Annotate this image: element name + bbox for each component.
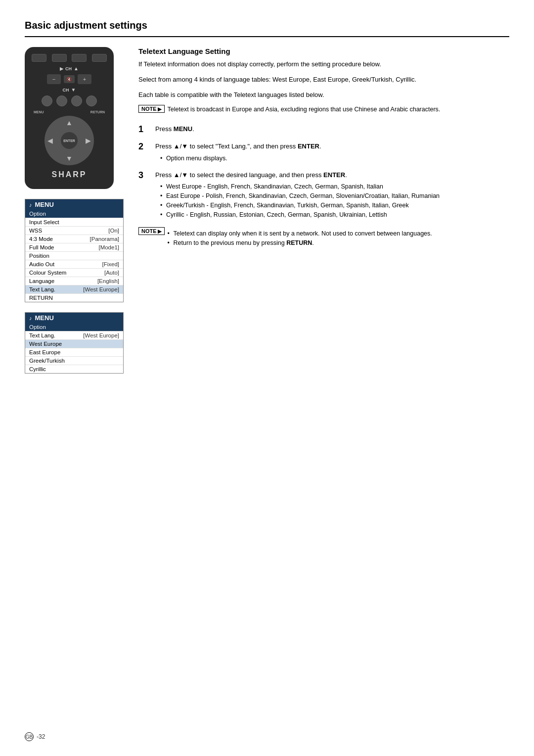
ch-up-arrow: ▲ [74,66,79,71]
small-round-btn-3[interactable] [71,95,82,106]
remote-control: ▶ CH▲ − 🔇 + [25,47,114,189]
menu2-row-west-europe[interactable]: West Europe [25,340,123,348]
teletext-section: Teletext Language Setting If Teletext in… [138,47,509,114]
menu1-row-43mode[interactable]: 4:3 Mode [Panorama] [25,235,123,243]
menu1-icon: ♪ [29,202,32,208]
menu1-text-lang-value: [West Europe] [83,286,119,292]
note1-label: NOTE ▶ [138,105,165,113]
step-2-number: 2 [138,142,150,152]
dpad-down-arrow[interactable]: ▼ [66,154,73,162]
steps-section: 1 Press MENU. 2 Press ▲/▼ to select "Tex… [138,124,509,219]
dpad-right-arrow[interactable]: ▶ [86,137,91,144]
menu-label: MENU [34,110,44,114]
menu1-colour-system-value: [Auto] [104,270,119,276]
vol-plus-btn[interactable]: + [78,74,91,84]
menu2-row-east-europe[interactable]: East Europe [25,348,123,357]
note1-text: Teletext is broadcast in Europe and Asia… [168,105,441,114]
left-column: ▶ CH▲ − 🔇 + [25,47,124,374]
menu1-return-label: RETURN [29,295,53,301]
small-round-btn-4[interactable] [86,95,97,106]
menu1-audio-out-label: Audio Out [29,261,54,267]
note2-bullet-1: Teletext can display only when it is sen… [168,229,432,238]
dpad-left-arrow[interactable]: ◀ [47,137,53,144]
menu1-option-label: Option [29,211,46,217]
note1-arrow: ▶ [158,106,162,112]
menu1-row-input-select[interactable]: Input Select [25,218,123,227]
menu2-west-europe-label: West Europe [29,341,62,347]
nav-labels: MENU RETURN [32,110,107,114]
menu-box-1: ♪ MENU Option Input Select WSS [On] 4:3 … [25,199,124,302]
step-3-bullets: West Europe - English, French, Skandinav… [155,182,509,219]
menu1-row-option[interactable]: Option [25,210,123,218]
menu1-row-language[interactable]: Language [English] [25,277,123,285]
menu2-cyrillic-label: Cyrillic [29,366,46,372]
menu1-title: MENU [35,201,54,208]
play-icon: ▶ [60,66,63,71]
menu1-input-select-label: Input Select [29,219,59,225]
menu1-row-audio-out[interactable]: Audio Out [Fixed] [25,260,123,269]
remote-top-btn-4[interactable] [92,54,107,62]
remote-top-btn-1[interactable] [32,54,46,62]
small-buttons-row [32,95,107,106]
menu1-row-text-lang[interactable]: Text Lang. [West Europe] [25,285,123,294]
menu2-row-option[interactable]: Option [25,323,123,331]
menu2-header: ♪ MENU [25,313,123,323]
footer-page-number: -32 [37,733,45,740]
step-2-content: Press ▲/▼ to select "Text Lang.", and th… [155,142,509,163]
menu1-row-colour-system[interactable]: Colour System [Auto] [25,269,123,277]
teletext-para-3: Each table is compatible with the Telete… [138,90,509,100]
remote-top-buttons [32,54,107,62]
vol-minus-btn[interactable]: − [47,74,61,84]
note2-bullets: Teletext can display only when it is sen… [168,229,432,248]
ch-up-area: ▶ CH▲ [32,66,107,71]
remote-top-btn-3[interactable] [72,54,87,62]
footer-circle: GB [25,732,34,741]
teletext-para-1: If Teletext information does not display… [138,59,509,70]
note2-return-bold: RETURN [286,239,312,246]
step-3: 3 Press ▲/▼ to select the desired langua… [138,170,509,220]
step-1-content: Press MENU. [155,124,509,135]
menu1-wss-label: WSS [29,228,42,234]
page: Basic adjustment settings ▶ [0,0,534,756]
note1-label-text: NOTE [141,106,157,112]
menu1-header: ♪ MENU [25,199,123,210]
menu1-fullmode-value: [Mode1] [98,244,119,250]
step-3-bold: ENTER [323,171,345,179]
menu2-row-text-lang[interactable]: Text Lang. [West Europe] [25,331,123,340]
sharp-logo: SHARP [32,170,107,179]
step-3-bullet-cyrillic: Cyrillic - English, Russian, Estonian, C… [160,210,509,220]
teletext-para-2: Select from among 4 kinds of language ta… [138,75,509,85]
menu2-text-lang-value: [West Europe] [83,332,119,338]
enter-label: ENTER [63,139,75,142]
menu1-row-fullmode[interactable]: Full Mode [Mode1] [25,243,123,252]
enter-button[interactable]: ENTER [61,132,78,149]
small-round-btn-1[interactable] [42,95,52,106]
menu2-icon: ♪ [29,315,32,321]
menu1-audio-out-value: [Fixed] [102,261,119,267]
menu2-row-greek-turkish[interactable]: Greek/Turkish [25,357,123,365]
menu1-fullmode-label: Full Mode [29,244,54,250]
menu2-row-cyrillic[interactable]: Cyrillic [25,365,123,373]
remote-top-btn-2[interactable] [52,54,67,62]
step-2: 2 Press ▲/▼ to select "Text Lang.", and … [138,142,509,163]
page-footer: GB -32 [25,732,45,741]
mute-btn[interactable]: 🔇 [64,75,75,83]
ch-down-area: CH▼ [32,87,107,93]
mute-icon: 🔇 [67,77,72,82]
step-3-bullet-west: West Europe - English, French, Skandinav… [160,182,509,191]
menu1-row-position[interactable]: Position [25,252,123,260]
small-round-btn-2[interactable] [56,95,67,106]
note2-bullet-2: Return to the previous menu by pressing … [168,238,432,248]
return-label: RETURN [90,110,105,114]
note2-label-text: NOTE [141,228,157,234]
menu1-row-wss[interactable]: WSS [On] [25,227,123,235]
step-2-bullet-1: Option menu displays. [160,154,509,163]
menu2-east-europe-label: East Europe [29,349,60,355]
menu-box-2: ♪ MENU Option Text Lang. [West Europe] W… [25,312,124,374]
menu1-wss-value: [On] [108,228,119,234]
menu1-row-return[interactable]: RETURN [25,294,123,302]
dpad-ring[interactable]: ▲ ▼ ◀ ▶ ENTER [44,116,94,165]
dpad-up-arrow[interactable]: ▲ [66,119,73,127]
note2-label: NOTE ▶ [138,227,165,235]
step-3-content: Press ▲/▼ to select the desired language… [155,170,509,220]
